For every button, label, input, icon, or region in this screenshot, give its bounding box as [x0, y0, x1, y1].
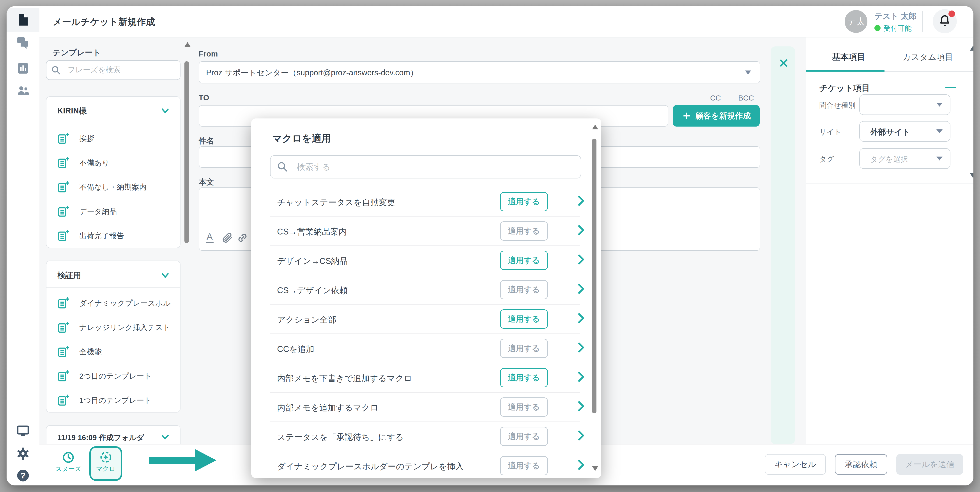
approval-request-button[interactable]: 承認依頼 [835, 454, 887, 475]
template-item[interactable]: 2つ目のテンプレート [46, 364, 180, 388]
template-item[interactable]: 出荷完了報告 [46, 223, 180, 248]
template-item[interactable]: 全機能 [46, 340, 180, 364]
macro-row: 内部メモを追加するマクロ 適用する [270, 393, 580, 422]
scrollbar-thumb[interactable] [185, 61, 189, 243]
snooze-button[interactable]: スヌーズ [53, 451, 84, 473]
macro-row: デザイン→CS納品 適用する [270, 246, 580, 275]
caret-down-icon [936, 103, 943, 106]
cc-toggle[interactable]: CC [710, 94, 721, 102]
subject-label: 件名 [199, 136, 214, 146]
create-customer-button[interactable]: 顧客を新規作成 [673, 105, 760, 127]
panel-scroll-down[interactable] [970, 173, 974, 178]
tab-custom-fields[interactable]: カスタム項目 [902, 51, 953, 63]
template-item[interactable]: 1つ目のテンプレート [46, 388, 180, 412]
chevron-down-icon[interactable] [160, 432, 170, 442]
chevron-right-icon[interactable] [575, 459, 587, 471]
apply-macro-button[interactable]: 適用する [500, 427, 548, 446]
apply-macro-button[interactable]: 適用する [500, 456, 548, 475]
status-dot [874, 25, 881, 31]
inquiry-type-select[interactable] [859, 94, 950, 115]
chevron-right-icon[interactable] [575, 224, 587, 236]
chevron-right-icon[interactable] [575, 400, 587, 412]
template-item-label: 2つ目のテンプレート [79, 371, 171, 381]
template-search[interactable] [46, 60, 180, 80]
monitor-nav-icon[interactable] [16, 424, 30, 438]
compose-side-strip [771, 46, 795, 444]
template-search-input[interactable] [67, 62, 173, 77]
apply-macro-button[interactable]: 適用する [500, 309, 548, 329]
user-name[interactable]: テスト 太郎 [874, 11, 917, 22]
panel-scroll-up[interactable] [970, 46, 974, 51]
tab-basic-fields[interactable]: 基本項目 [832, 51, 865, 63]
avatar[interactable]: テ太 [845, 10, 867, 33]
notifications-button[interactable] [933, 9, 957, 33]
site-select[interactable]: 外部サイト [859, 121, 950, 142]
template-item-label: データ納品 [79, 206, 171, 217]
help-icon[interactable] [16, 468, 30, 482]
template-item[interactable]: 不備あり [46, 151, 180, 175]
apply-macro-button[interactable]: 適用する [500, 221, 548, 241]
send-mail-button[interactable]: メールを送信 [896, 454, 963, 475]
apply-macro-button[interactable]: 適用する [500, 280, 548, 299]
ticket-section-title: チケット項目 [819, 83, 870, 94]
macro-search-input[interactable] [296, 158, 571, 175]
template-doc-icon [57, 346, 70, 358]
from-label: From [199, 49, 218, 58]
chevron-right-icon[interactable] [575, 283, 587, 295]
chevron-down-icon[interactable] [160, 106, 170, 116]
caret-down-icon [936, 129, 943, 133]
from-select[interactable]: Proz サポートセンター（support@proz-answers-dev.c… [199, 61, 760, 83]
modal-scroll-up[interactable] [592, 125, 598, 129]
to-label: TO [199, 93, 209, 102]
chat-nav-icon[interactable] [16, 35, 30, 49]
template-doc-icon [57, 230, 70, 242]
notification-badge [948, 11, 955, 17]
macro-name: アクション全部 [277, 314, 336, 325]
cancel-button[interactable]: キャンセル [765, 454, 826, 475]
template-item[interactable]: ナレッジリンク挿入テスト [46, 315, 180, 340]
attachment-icon[interactable] [222, 232, 233, 243]
template-item[interactable]: 不備なし・納期案内 [46, 175, 180, 199]
body-label: 本文 [199, 177, 214, 187]
apply-macro-button[interactable]: 適用する [500, 192, 548, 211]
tag-select[interactable]: タグを選択 [859, 148, 950, 169]
apply-macro-button[interactable]: 適用する [500, 368, 548, 387]
tickets-nav-icon[interactable] [16, 13, 30, 27]
collapse-minus-icon[interactable] [945, 87, 956, 88]
scrollbar-up-arrow[interactable] [185, 42, 191, 47]
template-item-label: 1つ目のテンプレート [79, 395, 171, 406]
macro-search[interactable] [270, 155, 581, 178]
template-group-title[interactable]: 検証用 [57, 270, 81, 281]
chevron-right-icon[interactable] [575, 253, 587, 266]
modal-scroll-down[interactable] [592, 466, 598, 471]
template-item[interactable]: ダイナミックプレースホルダ [46, 291, 180, 315]
create-customer-label: 顧客を新規作成 [695, 111, 751, 121]
template-group-title[interactable]: KIRIN様 [57, 106, 87, 116]
modal-scrollbar-thumb[interactable] [592, 139, 597, 413]
field-label: サイト [819, 127, 842, 137]
chevron-right-icon[interactable] [575, 341, 587, 354]
apply-macro-button[interactable]: 適用する [500, 339, 548, 358]
format-text-icon[interactable]: A [206, 232, 213, 243]
insert-link-icon[interactable] [237, 232, 248, 243]
chevron-right-icon[interactable] [575, 429, 587, 442]
snooze-label: スヌーズ [53, 465, 84, 473]
template-item[interactable]: 挨拶 [46, 126, 180, 151]
chevron-right-icon[interactable] [575, 312, 587, 324]
template-item[interactable]: データ納品 [46, 199, 180, 223]
settings-gear-icon[interactable] [16, 447, 30, 461]
close-icon[interactable] [778, 57, 789, 69]
nav-divider [6, 55, 40, 55]
divider [46, 287, 180, 288]
bcc-toggle[interactable]: BCC [738, 94, 754, 102]
reports-nav-icon[interactable] [16, 61, 30, 75]
apply-macro-button[interactable]: 適用する [500, 397, 548, 417]
macro-row: チャットステータスを自動変更 適用する [270, 187, 580, 217]
apply-macro-button[interactable]: 適用する [500, 251, 548, 270]
chevron-right-icon[interactable] [575, 195, 587, 207]
chevron-right-icon[interactable] [575, 371, 587, 383]
chevron-down-icon[interactable] [160, 271, 170, 280]
macro-button-highlight[interactable]: マクロ [89, 446, 122, 481]
customers-nav-icon[interactable] [16, 84, 30, 98]
template-item-label: 出荷完了報告 [79, 231, 171, 241]
